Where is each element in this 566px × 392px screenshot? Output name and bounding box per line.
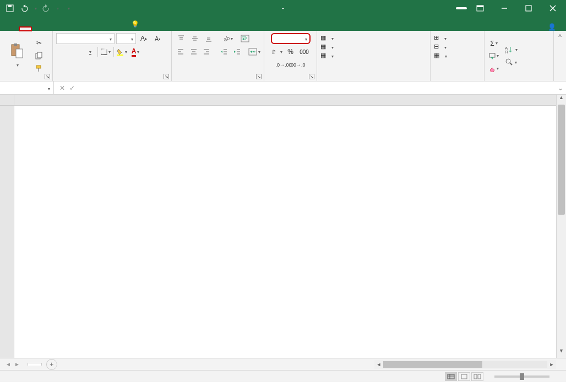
zoom-slider-knob[interactable] xyxy=(520,373,524,380)
align-left-icon[interactable] xyxy=(175,46,187,57)
tab-layout[interactable] xyxy=(45,26,58,31)
name-box-dropdown-icon[interactable] xyxy=(47,85,50,91)
save-icon[interactable] xyxy=(4,3,15,14)
collapse-ribbon-icon[interactable]: ^ xyxy=(558,33,562,41)
increase-font-icon[interactable]: A▴ xyxy=(138,33,150,44)
enter-formula-icon[interactable]: ✓ xyxy=(69,84,75,92)
delete-cells-button[interactable]: ⊟ xyxy=(434,43,481,50)
alignment-dialog-launcher[interactable]: ↘ xyxy=(256,74,262,79)
align-bottom-icon[interactable] xyxy=(203,33,215,44)
spreadsheet-grid[interactable]: ▲ ▼ xyxy=(0,95,566,358)
font-size-select[interactable] xyxy=(116,33,136,44)
undo-dropdown-icon[interactable] xyxy=(33,3,37,14)
decrease-indent-icon[interactable] xyxy=(219,46,230,57)
wrap-text-icon[interactable] xyxy=(239,33,251,44)
align-middle-icon[interactable] xyxy=(189,33,201,44)
font-name-select[interactable] xyxy=(56,33,115,44)
decrease-decimal-icon[interactable]: .00→.0 xyxy=(291,59,303,70)
tab-formulas[interactable] xyxy=(58,26,72,31)
sheet-nav-next-icon[interactable]: ► xyxy=(14,361,20,367)
format-cells-button[interactable]: ▦ xyxy=(434,52,481,59)
add-sheet-button[interactable]: + xyxy=(46,359,57,370)
expand-formula-bar-icon[interactable]: ⌄ xyxy=(555,84,566,92)
hscroll-thumb[interactable] xyxy=(383,361,482,368)
svg-text:Я: Я xyxy=(505,50,508,54)
paste-icon xyxy=(9,43,25,58)
tab-file[interactable] xyxy=(6,26,19,31)
select-all-corner[interactable] xyxy=(0,95,14,105)
minimize-icon[interactable] xyxy=(493,1,515,16)
zoom-slider[interactable] xyxy=(494,375,549,378)
qat-customize-icon[interactable] xyxy=(63,3,74,14)
tab-review[interactable] xyxy=(85,26,98,31)
horizontal-scrollbar[interactable]: ◄ ► xyxy=(374,360,556,369)
orientation-icon[interactable]: ab xyxy=(221,33,233,44)
cell-styles-button[interactable]: ▦ xyxy=(320,52,427,59)
paste-button[interactable] xyxy=(3,33,31,78)
svg-rect-13 xyxy=(36,66,41,68)
scroll-down-icon[interactable]: ▼ xyxy=(557,348,566,358)
undo-icon[interactable] xyxy=(19,3,30,14)
percent-format-icon[interactable]: % xyxy=(285,46,297,57)
find-select-icon[interactable] xyxy=(503,57,519,68)
scroll-right-icon[interactable]: ► xyxy=(547,362,556,367)
align-right-icon[interactable] xyxy=(201,46,213,57)
ribbon-options-icon[interactable] xyxy=(469,1,491,16)
format-painter-icon[interactable] xyxy=(33,63,45,74)
view-page-layout-icon[interactable] xyxy=(458,372,470,381)
maximize-icon[interactable] xyxy=(518,1,540,16)
number-format-select[interactable] xyxy=(271,33,311,44)
vscroll-thumb[interactable] xyxy=(558,105,565,215)
view-page-break-icon[interactable] xyxy=(471,372,483,381)
svg-text:ab: ab xyxy=(223,35,230,42)
login-button[interactable] xyxy=(456,7,467,9)
conditional-formatting-button[interactable]: ▦ xyxy=(320,34,427,41)
fill-icon[interactable] xyxy=(488,51,500,62)
tab-data[interactable] xyxy=(72,26,85,31)
borders-icon[interactable] xyxy=(100,46,112,57)
underline-button[interactable] xyxy=(84,46,96,57)
copy-icon[interactable] xyxy=(33,50,45,61)
clear-icon[interactable] xyxy=(488,63,500,74)
close-icon[interactable] xyxy=(542,1,564,16)
italic-button[interactable] xyxy=(70,46,82,57)
paste-dropdown-icon[interactable] xyxy=(15,61,19,68)
tab-tellme[interactable]: 💡 xyxy=(124,18,148,31)
share-button[interactable]: 👤 xyxy=(548,23,558,31)
bold-button[interactable] xyxy=(56,46,68,57)
comma-format-icon[interactable]: 000 xyxy=(298,46,311,57)
view-normal-icon[interactable] xyxy=(445,372,457,381)
redo-icon[interactable] xyxy=(41,3,52,14)
cells-area[interactable] xyxy=(14,106,556,358)
insert-cells-button[interactable]: ⊞ xyxy=(434,34,481,41)
merge-center-icon[interactable] xyxy=(248,46,260,57)
font-color-icon[interactable]: A xyxy=(129,46,142,57)
font-dialog-launcher[interactable]: ↘ xyxy=(164,74,169,79)
format-icon: ▦ xyxy=(434,52,439,59)
increase-decimal-icon[interactable]: .0→.00 xyxy=(277,59,290,70)
accounting-format-icon[interactable]: ₽ xyxy=(271,46,283,57)
redo-dropdown-icon[interactable] xyxy=(55,3,59,14)
sheet-nav-prev-icon[interactable]: ◄ xyxy=(6,361,11,367)
cancel-formula-icon[interactable]: ✕ xyxy=(59,84,65,92)
align-center-icon[interactable] xyxy=(188,46,200,57)
increase-indent-icon[interactable] xyxy=(232,46,243,57)
tab-help[interactable] xyxy=(111,26,124,31)
fill-color-icon[interactable] xyxy=(116,46,128,57)
number-dialog-launcher[interactable]: ↘ xyxy=(309,74,314,79)
cut-icon[interactable]: ✂ xyxy=(33,37,45,48)
format-as-table-button[interactable]: ▦ xyxy=(320,43,427,50)
font-label xyxy=(56,78,168,80)
tab-view[interactable] xyxy=(98,26,111,31)
sheet-tab-1[interactable] xyxy=(28,363,42,366)
sort-filter-icon[interactable]: AЯ xyxy=(503,44,519,55)
scroll-left-icon[interactable]: ◄ xyxy=(374,362,383,367)
vertical-scrollbar[interactable]: ▲ ▼ xyxy=(556,95,566,358)
tab-insert[interactable] xyxy=(32,26,45,31)
align-top-icon[interactable] xyxy=(175,33,187,44)
scroll-up-icon[interactable]: ▲ xyxy=(557,95,566,105)
decrease-font-icon[interactable]: A▾ xyxy=(151,33,164,44)
autosum-icon[interactable]: Σ xyxy=(488,38,500,49)
name-box[interactable] xyxy=(0,81,54,94)
clipboard-dialog-launcher[interactable]: ↘ xyxy=(45,74,50,79)
